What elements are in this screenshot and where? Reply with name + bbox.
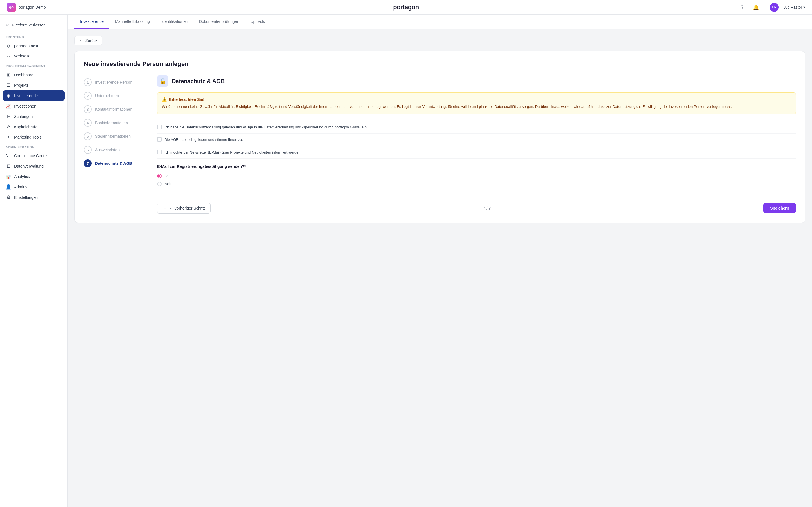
radio-nein-input[interactable]	[157, 182, 161, 186]
administration-section-label: Administration	[0, 142, 67, 151]
step-label: Steuerinformationen	[95, 134, 131, 138]
sidebar-item-compliance-center[interactable]: 🛡 Compliance Center	[0, 151, 67, 161]
step-number: 6	[84, 146, 92, 154]
prev-button-label: ← Vorheriger Schritt	[169, 206, 205, 210]
portagon-brand: portagon	[393, 4, 419, 11]
back-button[interactable]: ← Zurück	[74, 36, 102, 45]
step-2: 2 Unternehmen	[84, 89, 146, 103]
projektmanagement-section-label: Projektmanagement	[0, 61, 67, 69]
warning-icon: ⚠️	[162, 97, 167, 102]
agb-label: Die AGB habe ich gelesen und stimme ihne…	[164, 137, 243, 143]
prev-step-button[interactable]: ← ← Vorheriger Schritt	[157, 203, 211, 214]
portagon-next-icon: ◇	[6, 43, 11, 48]
page-content: ← Zurück Neue investierende Person anleg…	[68, 29, 812, 230]
step-number-active: 7	[84, 159, 92, 167]
admins-icon: 👤	[6, 184, 11, 189]
section-header: 🔒 Datenschutz & AGB	[157, 75, 796, 87]
kapitalabrufe-icon: ⟳	[6, 124, 11, 129]
sidebar-item-zahlungen[interactable]: ⊟ Zahlungen	[0, 111, 67, 122]
sidebar-item-label: Projekte	[14, 83, 29, 88]
save-button[interactable]: Speichern	[763, 203, 796, 213]
sidebar-item-investierende[interactable]: ◉ Investierende	[3, 91, 64, 101]
step-label: Investierende Person	[95, 80, 132, 84]
sidebar-item-plattform-verlassen[interactable]: ↩ Plattform verlassen	[0, 20, 67, 30]
sidebar-item-webseite[interactable]: ⌂ Webseite	[0, 51, 67, 61]
datenschutz-icon: 🔒	[157, 75, 168, 87]
sidebar-item-analytics[interactable]: 📊 Analytics	[0, 171, 67, 182]
sidebar-item-marketing-tools[interactable]: ⌖ Marketing Tools	[0, 132, 67, 142]
step-counter: 7 / 7	[483, 206, 491, 210]
nav-center: portagon	[393, 4, 419, 11]
sidebar-item-label: Investitionen	[14, 104, 36, 108]
checkbox-newsletter[interactable]: Ich möchte per Newsletter (E-Mail) über …	[157, 146, 796, 159]
step-4: 4 Bankinformationen	[84, 116, 146, 129]
checkbox-datenschutz[interactable]: Ich habe die Datenschutzerklärung gelese…	[157, 121, 796, 134]
step-label: Ausweisdaten	[95, 148, 119, 152]
sidebar-item-kapitalabrufe[interactable]: ⟳ Kapitalabrufe	[0, 122, 67, 132]
sidebar-item-investitionen[interactable]: 📈 Investitionen	[0, 101, 67, 111]
section-title: Datenschutz & AGB	[172, 78, 225, 84]
tab-dokumentenpruefungen[interactable]: Dokumentenprüfungen	[193, 15, 245, 29]
newsletter-checkbox[interactable]	[157, 150, 161, 154]
step-label: Bankinformationen	[95, 121, 128, 125]
step-number: 5	[84, 132, 92, 140]
sidebar-item-label: Compliance Center	[14, 154, 48, 158]
tab-investierende[interactable]: Investierende	[74, 15, 109, 29]
top-navigation: go portagon Demo portagon ? 🔔 LP Luc Pas…	[0, 0, 812, 15]
step-7: 7 Datenschutz & AGB	[84, 157, 146, 170]
datenschutz-checkbox[interactable]	[157, 125, 161, 129]
sidebar-item-label: Webseite	[14, 54, 31, 58]
tab-uploads[interactable]: Uploads	[245, 15, 270, 29]
main-content: Investierende Manuelle Erfassung Identif…	[68, 15, 812, 507]
help-button[interactable]: ?	[738, 3, 747, 12]
user-name[interactable]: Luc Pastor ▾	[783, 5, 805, 10]
sidebar-item-einstellungen[interactable]: ⚙ Einstellungen	[0, 192, 67, 203]
sidebar-item-portagon-next[interactable]: ◇ portagon next	[0, 41, 67, 51]
checkbox-agb[interactable]: Die AGB habe ich gelesen und stimme ihne…	[157, 133, 796, 146]
compliance-icon: 🛡	[6, 153, 11, 158]
step-number: 4	[84, 119, 92, 127]
step-label: Unternehmen	[95, 94, 119, 98]
sidebar: ↩ Plattform verlassen Frontend ◇ portago…	[0, 15, 68, 507]
step-6: 6 Ausweisdaten	[84, 143, 146, 157]
sidebar-item-label: Kapitalabrufe	[14, 125, 38, 129]
analytics-icon: 📊	[6, 174, 11, 179]
warning-box: ⚠️ Bitte beachten Sie! Wir übernehmen ke…	[157, 93, 796, 114]
step-label-active: Datenschutz & AGB	[95, 161, 132, 166]
datenschutz-label: Ich habe die Datenschutzerklärung gelese…	[164, 124, 366, 130]
sidebar-item-label: Analytics	[14, 174, 30, 179]
warning-header: ⚠️ Bitte beachten Sie!	[162, 97, 791, 102]
sidebar-item-label: portagon next	[14, 44, 38, 48]
tab-manuelle-erfassung[interactable]: Manuelle Erfassung	[109, 15, 156, 29]
avatar: LP	[770, 3, 779, 12]
notifications-button[interactable]: 🔔	[751, 3, 760, 12]
steps-column: 1 Investierende Person 2 Unternehmen 3 K…	[84, 75, 146, 214]
sidebar-item-projekte[interactable]: ☰ Projekte	[0, 80, 67, 91]
home-icon: ⌂	[6, 54, 11, 59]
dashboard-icon: ⊞	[6, 72, 11, 77]
sidebar-item-label: Marketing Tools	[14, 135, 42, 139]
step-label: Kontaktinformationen	[95, 107, 132, 112]
sidebar-item-datenverwaltung[interactable]: ⊟ Datenverwaltung	[0, 161, 67, 171]
datenverwaltung-icon: ⊟	[6, 163, 11, 169]
sidebar-item-label: Einstellungen	[14, 195, 38, 200]
einstellungen-icon: ⚙	[6, 194, 11, 200]
step-number: 3	[84, 105, 92, 113]
tab-identifikationen[interactable]: Identifikationen	[156, 15, 193, 29]
sidebar-item-label: Dashboard	[14, 73, 34, 77]
investierende-icon: ◉	[6, 93, 11, 98]
radio-ja-input[interactable]	[157, 174, 161, 178]
radio-nein[interactable]: Nein	[157, 180, 796, 188]
sidebar-item-admins[interactable]: 👤 Admins	[0, 182, 67, 192]
form-card: Neue investierende Person anlegen 1 Inve…	[74, 51, 805, 223]
sidebar-item-label: Datenverwaltung	[14, 164, 44, 168]
agb-checkbox[interactable]	[157, 137, 161, 142]
step-5: 5 Steuerinformationen	[84, 129, 146, 143]
radio-ja[interactable]: Ja	[157, 172, 796, 180]
sidebar-item-label: Plattform verlassen	[12, 23, 46, 27]
back-arrow-icon: ←	[79, 38, 83, 43]
step-1: 1 Investierende Person	[84, 75, 146, 89]
newsletter-label: Ich möchte per Newsletter (E-Mail) über …	[164, 150, 301, 155]
sidebar-item-dashboard[interactable]: ⊞ Dashboard	[0, 69, 67, 80]
projekte-icon: ☰	[6, 82, 11, 88]
